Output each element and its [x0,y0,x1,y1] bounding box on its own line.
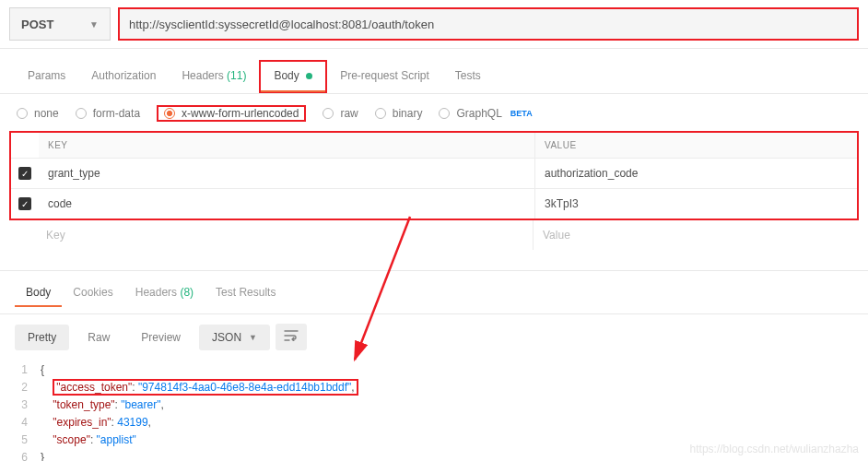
watermark: https://blog.csdn.net/wulianzhazha [690,443,859,455]
wrap-button[interactable] [276,324,307,350]
row-checkbox[interactable]: ✓ [18,167,31,180]
request-tabs: Params Authorization Headers (11) Body P… [0,49,868,94]
tab-body[interactable]: Body [261,62,325,91]
radio-icon [439,108,450,119]
wrap-icon [284,330,299,341]
resp-tab-headers[interactable]: Headers (8) [124,280,205,306]
tab-authorization[interactable]: Authorization [78,62,169,91]
tab-tests[interactable]: Tests [442,62,494,91]
response-tabs: Body Cookies Headers (8) Test Results [0,271,868,314]
radio-icon [17,108,28,119]
kv-empty-row[interactable]: Key Value [9,220,859,250]
kv-value-cell[interactable]: 3kTpI3 [534,189,857,219]
radio-icon [164,108,175,119]
resp-tab-body[interactable]: Body [15,280,62,306]
kv-key-placeholder[interactable]: Key [37,220,533,250]
method-select[interactable]: POST ▼ [9,7,111,41]
body-active-dot-icon [306,73,312,79]
radio-none[interactable]: none [17,107,59,120]
kv-value-placeholder[interactable]: Value [533,220,859,250]
kv-header-key: KEY [39,133,534,158]
tab-params[interactable]: Params [15,62,78,91]
resp-tab-tests[interactable]: Test Results [205,280,287,306]
radio-icon [76,108,87,119]
radio-formdata[interactable]: form-data [76,107,140,120]
response-toolbar: Pretty Raw Preview JSON ▼ [0,314,868,360]
radio-binary[interactable]: binary [375,107,423,120]
radio-icon [375,108,386,119]
table-row: ✓ grant_type authorization_code [11,159,857,189]
body-type-row: none form-data x-www-form-urlencoded raw… [0,94,868,131]
resp-tab-cookies[interactable]: Cookies [62,280,123,306]
raw-button[interactable]: Raw [75,325,123,350]
radio-raw[interactable]: raw [323,107,358,120]
radio-urlencoded[interactable]: x-www-form-urlencoded [164,107,299,120]
radio-icon [323,108,334,119]
chevron-down-icon: ▼ [249,333,257,342]
kv-table: KEY VALUE ✓ grant_type authorization_cod… [9,131,859,220]
format-select[interactable]: JSON ▼ [199,325,270,350]
preview-button[interactable]: Preview [128,325,194,350]
tab-prerequest[interactable]: Pre-request Script [327,62,442,91]
url-input[interactable] [118,7,859,41]
kv-key-cell[interactable]: grant_type [39,159,534,188]
kv-header-value: VALUE [534,133,857,158]
row-checkbox[interactable]: ✓ [18,197,31,210]
pretty-button[interactable]: Pretty [15,325,69,350]
method-label: POST [21,18,53,31]
kv-header-row: KEY VALUE [11,133,857,159]
tab-headers[interactable]: Headers (11) [169,62,259,91]
kv-value-cell[interactable]: authorization_code [534,159,857,188]
kv-key-cell[interactable]: code [39,189,534,219]
radio-graphql[interactable]: GraphQLBETA [439,107,532,120]
table-row: ✓ code 3kTpI3 [11,189,857,219]
chevron-down-icon: ▼ [89,19,99,30]
